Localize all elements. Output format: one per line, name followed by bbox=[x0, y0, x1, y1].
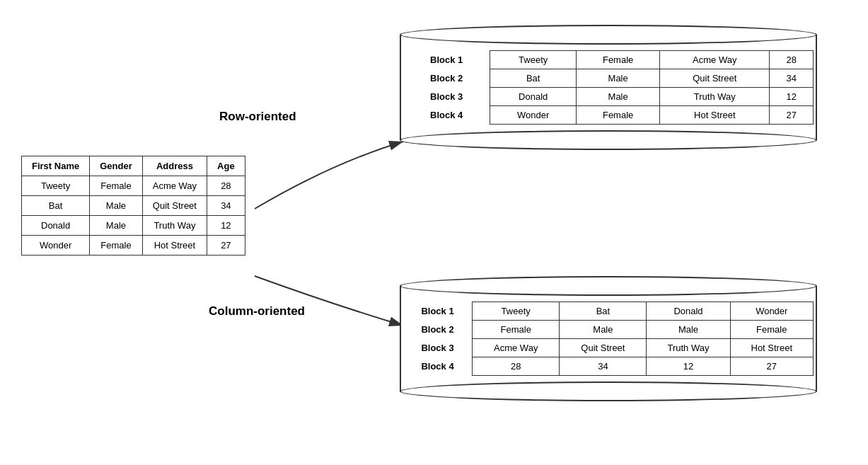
block-cell: Male bbox=[560, 321, 647, 339]
table-cell: Female bbox=[90, 176, 143, 196]
block-cell: Tweety bbox=[473, 302, 560, 321]
block-label: Block 4 bbox=[403, 357, 473, 376]
block-cell: 28 bbox=[770, 51, 814, 69]
table-cell: Truth Way bbox=[142, 216, 207, 236]
table-cell: Tweety bbox=[22, 176, 90, 196]
block-cell: Bat bbox=[560, 302, 647, 321]
block-cell: Tweety bbox=[490, 51, 577, 69]
block-label: Block 1 bbox=[403, 51, 490, 69]
block-cell: Quit Street bbox=[660, 69, 770, 88]
table-cell: Acme Way bbox=[142, 176, 207, 196]
block-row: Block 3DonaldMaleTruth Way12 bbox=[403, 88, 814, 106]
table-cell: 27 bbox=[207, 236, 245, 256]
block-cell: Wonder bbox=[730, 302, 813, 321]
table-cell: 34 bbox=[207, 196, 245, 216]
table-cell: 28 bbox=[207, 176, 245, 196]
block-cell: Male bbox=[577, 69, 660, 88]
block-cell: Female bbox=[577, 106, 660, 125]
block-cell: Female bbox=[473, 321, 560, 339]
block-cell: 12 bbox=[647, 357, 730, 376]
source-table-wrapper: First Name Gender Address Age TweetyFema… bbox=[21, 156, 245, 256]
block-cell: Male bbox=[577, 88, 660, 106]
block-cell: 27 bbox=[730, 357, 813, 376]
table-row: DonaldMaleTruth Way12 bbox=[22, 216, 245, 236]
block-row: Block 1TweetyFemaleAcme Way28 bbox=[403, 51, 814, 69]
column-oriented-label: Column-oriented bbox=[209, 304, 305, 318]
block-cell: 34 bbox=[770, 69, 814, 88]
table-cell: Wonder bbox=[22, 236, 90, 256]
table-cell: Bat bbox=[22, 196, 90, 216]
block-cell: Male bbox=[647, 321, 730, 339]
block-row: Block 2FemaleMaleMaleFemale bbox=[403, 321, 814, 339]
main-container: First Name Gender Address Age TweetyFema… bbox=[0, 0, 868, 465]
table-row: TweetyFemaleAcme Way28 bbox=[22, 176, 245, 196]
block-cell: Truth Way bbox=[660, 88, 770, 106]
block-row: Block 428341227 bbox=[403, 357, 814, 376]
block-cell: 28 bbox=[473, 357, 560, 376]
row-oriented-cylinder: Block 1TweetyFemaleAcme Way28Block 2BatM… bbox=[400, 25, 817, 150]
block-label: Block 3 bbox=[403, 339, 473, 357]
table-cell: Hot Street bbox=[142, 236, 207, 256]
block-label: Block 4 bbox=[403, 106, 490, 125]
block-cell: Donald bbox=[647, 302, 730, 321]
col-header-gender: Gender bbox=[90, 156, 143, 176]
block-cell: Wonder bbox=[490, 106, 577, 125]
block-cell: Hot Street bbox=[730, 339, 813, 357]
block-cell: Truth Way bbox=[647, 339, 730, 357]
block-cell: 34 bbox=[560, 357, 647, 376]
row-oriented-label: Row-oriented bbox=[219, 110, 296, 124]
block-label: Block 1 bbox=[403, 302, 473, 321]
table-cell: Male bbox=[90, 196, 143, 216]
block-cell: Acme Way bbox=[473, 339, 560, 357]
table-cell: 12 bbox=[207, 216, 245, 236]
block-cell: Quit Street bbox=[560, 339, 647, 357]
table-cell: Quit Street bbox=[142, 196, 207, 216]
block-cell: 27 bbox=[770, 106, 814, 125]
block-cell: Female bbox=[730, 321, 813, 339]
col-header-age: Age bbox=[207, 156, 245, 176]
block-cell: 12 bbox=[770, 88, 814, 106]
col-header-address: Address bbox=[142, 156, 207, 176]
column-oriented-cylinder: Block 1TweetyBatDonaldWonderBlock 2Femal… bbox=[400, 276, 817, 401]
block-label: Block 3 bbox=[403, 88, 490, 106]
table-header-row: First Name Gender Address Age bbox=[22, 156, 245, 176]
block-row: Block 4WonderFemaleHot Street27 bbox=[403, 106, 814, 125]
block-cell: Female bbox=[577, 51, 660, 69]
col-header-firstname: First Name bbox=[22, 156, 90, 176]
block-cell: Hot Street bbox=[660, 106, 770, 125]
table-cell: Male bbox=[90, 216, 143, 236]
table-cell: Female bbox=[90, 236, 143, 256]
block-cell: Bat bbox=[490, 69, 577, 88]
block-row: Block 2BatMaleQuit Street34 bbox=[403, 69, 814, 88]
block-label: Block 2 bbox=[403, 69, 490, 88]
block-cell: Donald bbox=[490, 88, 577, 106]
block-cell: Acme Way bbox=[660, 51, 770, 69]
table-row: BatMaleQuit Street34 bbox=[22, 196, 245, 216]
block-row: Block 1TweetyBatDonaldWonder bbox=[403, 302, 814, 321]
source-table: First Name Gender Address Age TweetyFema… bbox=[21, 156, 245, 256]
block-label: Block 2 bbox=[403, 321, 473, 339]
block-row: Block 3Acme WayQuit StreetTruth WayHot S… bbox=[403, 339, 814, 357]
table-cell: Donald bbox=[22, 216, 90, 236]
table-row: WonderFemaleHot Street27 bbox=[22, 236, 245, 256]
